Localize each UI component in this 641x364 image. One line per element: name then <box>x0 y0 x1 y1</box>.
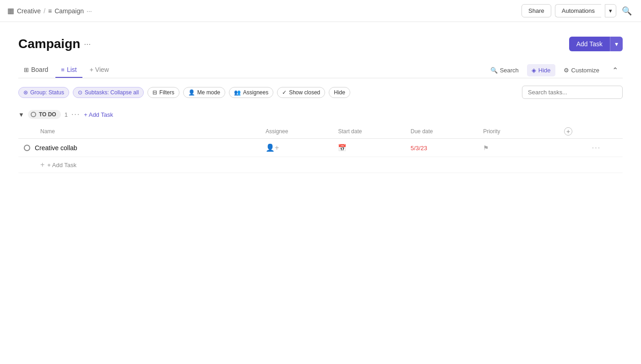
me-mode-chip[interactable]: 👤 Me mode <box>183 87 225 98</box>
subtasks-label: Subtasks: Collapse all <box>85 89 139 96</box>
automations-caret-button[interactable]: ▾ <box>605 4 616 17</box>
col-priority: Priority <box>478 125 550 139</box>
task-more-button[interactable]: ··· <box>592 144 601 152</box>
todo-section-header: ▼ TO DO 1 ··· + Add Task <box>18 106 623 123</box>
section-status-badge: TO DO <box>28 110 61 119</box>
page-label[interactable]: Campaign <box>54 7 84 15</box>
customize-label: Customize <box>571 67 599 74</box>
tab-list[interactable]: ≡ List <box>55 62 82 78</box>
topbar-search-button[interactable]: 🔍 <box>620 4 634 18</box>
table-header-row: Name Assignee Start date Due date Priori… <box>18 125 623 139</box>
collapse-button[interactable]: ⌃ <box>608 63 623 77</box>
show-closed-label: Show closed <box>289 89 320 96</box>
col-start-date: Start date <box>332 125 405 139</box>
section-status-label: TO DO <box>39 111 56 118</box>
start-date-icon: 📅 <box>338 144 347 152</box>
task-due-date-cell[interactable]: 5/3/23 <box>405 139 478 157</box>
section-toggle-button[interactable]: ▼ <box>18 111 24 118</box>
workspace-icon: ▦ <box>7 6 14 15</box>
search-label: Search <box>500 67 519 74</box>
customize-button[interactable]: ⚙ Customize <box>559 64 604 76</box>
page-content: Campaign ··· Add Task ▾ ⊞ Board ≡ List +… <box>0 22 641 173</box>
list-tab-icon: ≡ <box>61 66 65 73</box>
breadcrumb-separator: / <box>43 7 45 15</box>
task-status-dot[interactable] <box>24 145 30 151</box>
task-name-cell: Creative collab <box>18 139 260 157</box>
col-actions <box>587 125 623 139</box>
tab-board[interactable]: ⊞ Board <box>18 62 54 78</box>
filters-chip[interactable]: ⊟ Filters <box>147 87 179 98</box>
due-date-value: 5/3/23 <box>411 145 427 152</box>
add-task-button-group: Add Task ▾ <box>569 37 623 51</box>
topbar-actions: Share Automations ▾ 🔍 <box>521 4 634 18</box>
show-closed-chip[interactable]: ✓ Show closed <box>277 87 325 98</box>
hide-button[interactable]: ◈ Hide <box>527 64 555 76</box>
filter-search-area <box>522 86 623 99</box>
page-title-row: Campaign ··· Add Task ▾ <box>18 37 623 51</box>
tabs-right-actions: 🔍 Search ◈ Hide ⚙ Customize ⌃ <box>486 63 623 77</box>
add-task-inline-button[interactable]: + + Add Task <box>24 161 76 169</box>
view-tabs: ⊞ Board ≡ List + View 🔍 Search ◈ Hide ⚙ … <box>18 62 623 78</box>
group-status-label: Group: Status <box>30 89 64 96</box>
assignees-label: Assignees <box>243 89 268 96</box>
topbar: ▦ Creative / ≡ Campaign ··· Share Automa… <box>0 0 641 22</box>
priority-flag-icon: ⚑ <box>483 144 489 152</box>
board-icon: ⊞ <box>24 66 29 73</box>
task-table: Name Assignee Start date Due date Priori… <box>18 125 623 173</box>
automations-button[interactable]: Automations <box>555 4 601 17</box>
group-status-chip[interactable]: ⊛ Group: Status <box>18 87 69 98</box>
status-dot <box>31 112 36 117</box>
task-priority-cell[interactable]: ⚑ <box>478 139 550 157</box>
hide-filter-label: Hide <box>334 89 345 96</box>
tab-board-label: Board <box>31 66 48 73</box>
page-title-area: Campaign ··· <box>18 37 91 51</box>
plus-icon: + <box>40 161 44 169</box>
tab-view-add[interactable]: + View <box>84 62 114 78</box>
add-task-inline-cell: + + Add Task <box>18 157 623 173</box>
customize-icon: ⚙ <box>564 67 569 74</box>
add-task-row: + + Add Task <box>18 157 623 173</box>
breadcrumb: ▦ Creative / ≡ Campaign ··· <box>7 6 92 15</box>
add-task-inline-label: + Add Task <box>47 162 76 168</box>
filters-label: Filters <box>159 89 174 96</box>
page-title: Campaign <box>18 37 80 51</box>
topbar-more-icon[interactable]: ··· <box>87 7 92 15</box>
hide-filter-chip[interactable]: Hide <box>329 87 350 98</box>
hide-icon: ◈ <box>532 67 536 74</box>
assignees-icon: 👥 <box>234 89 241 96</box>
assignees-chip[interactable]: 👥 Assignees <box>229 87 273 98</box>
filters-icon: ⊟ <box>152 89 157 96</box>
table-row: Creative collab 👤+ 📅 5/3/23 ⚑ ··· <box>18 139 623 157</box>
search-button[interactable]: 🔍 Search <box>486 64 523 76</box>
share-button[interactable]: Share <box>521 4 551 17</box>
col-name: Name <box>18 125 260 139</box>
subtasks-chip[interactable]: ⊙ Subtasks: Collapse all <box>73 87 144 98</box>
hide-label: Hide <box>538 67 551 74</box>
task-assignee-cell[interactable]: 👤+ <box>260 139 332 157</box>
section-more-button[interactable]: ··· <box>71 110 80 119</box>
assignee-icon: 👤+ <box>266 144 279 152</box>
group-status-icon: ⊛ <box>23 89 28 96</box>
me-mode-icon: 👤 <box>188 89 195 96</box>
col-add[interactable]: + <box>550 125 587 139</box>
section-count: 1 <box>65 111 68 118</box>
task-more-cell[interactable]: ··· <box>587 139 623 157</box>
workspace-label[interactable]: Creative <box>17 7 41 15</box>
show-closed-icon: ✓ <box>282 89 287 96</box>
task-name-label[interactable]: Creative collab <box>35 144 77 152</box>
me-mode-label: Me mode <box>197 89 220 96</box>
tab-list-label: List <box>67 66 77 73</box>
chevron-up-icon: ⌃ <box>612 66 618 75</box>
col-assignee: Assignee <box>260 125 332 139</box>
task-add-col <box>550 139 587 157</box>
add-task-button[interactable]: Add Task <box>569 37 610 51</box>
search-input[interactable] <box>522 86 623 99</box>
list-icon: ≡ <box>48 7 52 15</box>
task-start-date-cell[interactable]: 📅 <box>332 139 405 157</box>
section-add-task-button[interactable]: + Add Task <box>84 111 113 118</box>
col-due-date: Due date <box>405 125 478 139</box>
tab-view-label: + View <box>90 66 109 73</box>
add-task-caret-button[interactable]: ▾ <box>610 37 623 51</box>
page-more-button[interactable]: ··· <box>84 39 91 49</box>
search-icon: 🔍 <box>490 67 498 74</box>
